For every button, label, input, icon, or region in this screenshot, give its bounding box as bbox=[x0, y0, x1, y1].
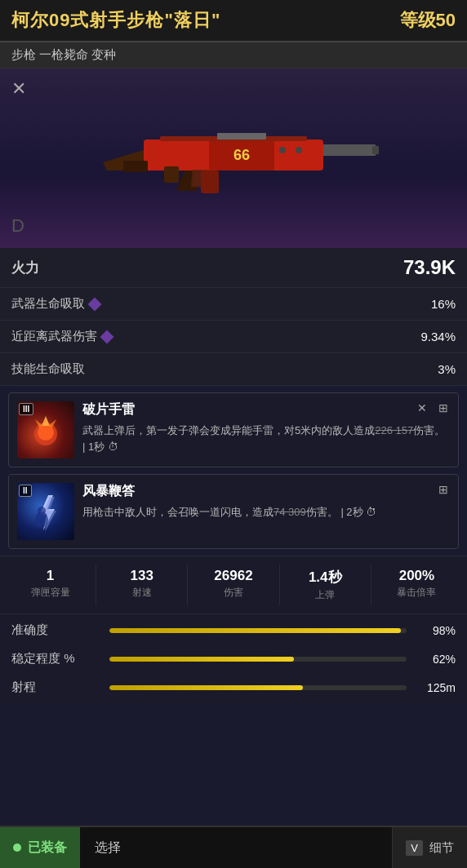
progress-value-2: 125m bbox=[415, 681, 456, 694]
talent-card-0: III 破片手雷 武器上弹后，第一发子弹会变成异能手雷，对5米内的敌人造成226… bbox=[8, 392, 459, 467]
stat-cell-label-0: 弹匣容量 bbox=[7, 586, 94, 600]
stat-label-2: 技能生命吸取 bbox=[11, 361, 85, 377]
stat-cell-2: 26962 伤害 bbox=[188, 565, 279, 605]
v-badge: V bbox=[406, 840, 423, 856]
stat-cell-0: 1 弹匣容量 bbox=[5, 565, 96, 605]
talent-card-1: II 风暴鞭答 用枪击中敌人时，会召唤一道闪电，造成74 309伤害。 | 2秒… bbox=[8, 474, 459, 549]
progress-label-1: 稳定程度 % bbox=[11, 651, 101, 666]
stat-value-0: 16% bbox=[431, 297, 456, 311]
progress-bar-2 bbox=[109, 685, 407, 690]
bottom-letter: D bbox=[11, 215, 24, 237]
talent-img-0: III bbox=[17, 401, 74, 458]
diamond-icon-1 bbox=[100, 330, 114, 343]
detail-label: 细节 bbox=[429, 840, 454, 856]
stat-cell-value-3: 1.4秒 bbox=[282, 568, 369, 587]
stat-label-1: 近距离武器伤害 bbox=[11, 329, 112, 344]
stat-cell-label-3: 上弹 bbox=[282, 588, 369, 602]
weapon-display: 66 bbox=[0, 69, 467, 248]
equipped-dot bbox=[13, 844, 21, 852]
progress-row-1: 稳定程度 % 62% bbox=[0, 643, 467, 671]
firepower-value: 73.9K bbox=[403, 256, 456, 279]
select-button[interactable]: 选择 bbox=[80, 827, 136, 868]
progress-value-1: 62% bbox=[415, 653, 456, 666]
stat-cell-value-2: 26962 bbox=[189, 568, 277, 584]
talent-grid-icon[interactable]: ⊞ bbox=[435, 400, 451, 416]
progress-label-2: 射程 bbox=[11, 680, 101, 695]
stat-cell-3: 1.4秒 上弹 bbox=[280, 565, 371, 605]
stat-row-1: 近距离武器伤害 9.34% bbox=[0, 321, 467, 353]
talent-icons-1: ⊞ bbox=[435, 481, 451, 498]
talent-level-0: III bbox=[19, 403, 33, 415]
talent-wrench-icon[interactable]: ✕ bbox=[414, 400, 430, 416]
stat-cell-1: 133 射速 bbox=[96, 565, 188, 605]
talent-desc-1: 用枪击中敌人时，会召唤一道闪电，造成74 309伤害。 | 2秒 ⏱ bbox=[82, 504, 450, 520]
stat-cell-label-1: 射速 bbox=[98, 586, 185, 600]
weapon-image-area: ✕ 66 bbox=[0, 69, 467, 248]
progress-section: 准确度 98% 稳定程度 % 62% 射程 125m bbox=[0, 614, 467, 705]
progress-label-0: 准确度 bbox=[11, 622, 101, 638]
talent-grid-icon-1[interactable]: ⊞ bbox=[435, 481, 451, 498]
progress-bar-1 bbox=[109, 657, 407, 662]
progress-fill-0 bbox=[109, 628, 401, 633]
stat-cell-value-1: 133 bbox=[98, 568, 185, 584]
talent-img-1: II bbox=[17, 483, 74, 540]
stat-label-0: 武器生命吸取 bbox=[11, 296, 100, 312]
svg-marker-14 bbox=[42, 416, 50, 426]
svg-rect-1 bbox=[372, 146, 379, 154]
stat-cell-label-4: 暴击倍率 bbox=[373, 586, 460, 600]
stat-cell-label-2: 伤害 bbox=[189, 586, 277, 600]
svg-point-11 bbox=[279, 147, 286, 153]
talent-icons-0: ✕ ⊞ bbox=[414, 400, 451, 416]
progress-row-0: 准确度 98% bbox=[0, 614, 467, 643]
progress-fill-2 bbox=[109, 685, 303, 690]
detail-button[interactable]: V 细节 bbox=[392, 827, 467, 868]
stat-value-1: 9.34% bbox=[420, 330, 456, 343]
firepower-label: 火力 bbox=[11, 259, 39, 277]
stat-row-0: 武器生命吸取 16% bbox=[0, 288, 467, 321]
talent-name-0: 破片手雷 bbox=[82, 401, 450, 418]
bottom-bar: 已装备 选择 V 细节 bbox=[0, 826, 467, 868]
weapon-title: 柯尔09式射手步枪"落日" bbox=[11, 8, 220, 33]
talent-info-0: 破片手雷 武器上弹后，第一发子弹会变成异能手雷，对5米内的敌人造成226 157… bbox=[82, 401, 450, 454]
talent-name-1: 风暴鞭答 bbox=[82, 483, 450, 500]
progress-fill-1 bbox=[109, 657, 294, 662]
stat-cell-value-4: 200% bbox=[373, 568, 460, 584]
svg-point-21 bbox=[38, 507, 46, 515]
svg-rect-9 bbox=[217, 133, 266, 140]
svg-rect-8 bbox=[164, 166, 179, 183]
svg-rect-7 bbox=[201, 170, 219, 193]
stats-section: 火力 73.9K 武器生命吸取 16% 近距离武器伤害 9.34% 技能生命吸取… bbox=[0, 248, 467, 386]
talent-desc-0: 武器上弹后，第一发子弹会变成异能手雷，对5米内的敌人造成226 157伤害。 |… bbox=[82, 423, 450, 454]
svg-point-10 bbox=[296, 147, 302, 153]
progress-row-2: 射程 125m bbox=[0, 671, 467, 700]
diamond-icon-0 bbox=[88, 297, 102, 311]
talent-info-1: 风暴鞭答 用枪击中敌人时，会召唤一道闪电，造成74 309伤害。 | 2秒 ⏱ bbox=[82, 483, 450, 520]
svg-text:66: 66 bbox=[234, 147, 250, 163]
stat-cell-4: 200% 暴击倍率 bbox=[371, 565, 462, 605]
stat-row-2: 技能生命吸取 3% bbox=[0, 353, 467, 386]
stat-cell-value-0: 1 bbox=[7, 568, 94, 584]
progress-bar-0 bbox=[109, 628, 407, 633]
stat-value-2: 3% bbox=[438, 362, 456, 376]
equipped-badge: 已装备 bbox=[0, 827, 80, 868]
firepower-row: 火力 73.9K bbox=[0, 248, 467, 288]
weapon-subtitle: 步枪 一枪毙命 变种 bbox=[0, 42, 467, 69]
svg-rect-6 bbox=[123, 161, 148, 172]
talent-level-1: II bbox=[19, 485, 32, 497]
wrench-icon: ✕ bbox=[11, 78, 26, 100]
talent-cards-container: III 破片手雷 武器上弹后，第一发子弹会变成异能手雷，对5米内的敌人造成226… bbox=[0, 392, 467, 549]
bottom-stats-row: 1 弹匣容量 133 射速 26962 伤害 1.4秒 上弹 200% 暴击倍率 bbox=[0, 556, 467, 614]
weapon-level: 等级50 bbox=[400, 8, 456, 33]
equipped-label: 已装备 bbox=[28, 839, 67, 857]
header: 柯尔09式射手步枪"落日" 等级50 bbox=[0, 0, 467, 42]
progress-value-0: 98% bbox=[415, 624, 456, 637]
